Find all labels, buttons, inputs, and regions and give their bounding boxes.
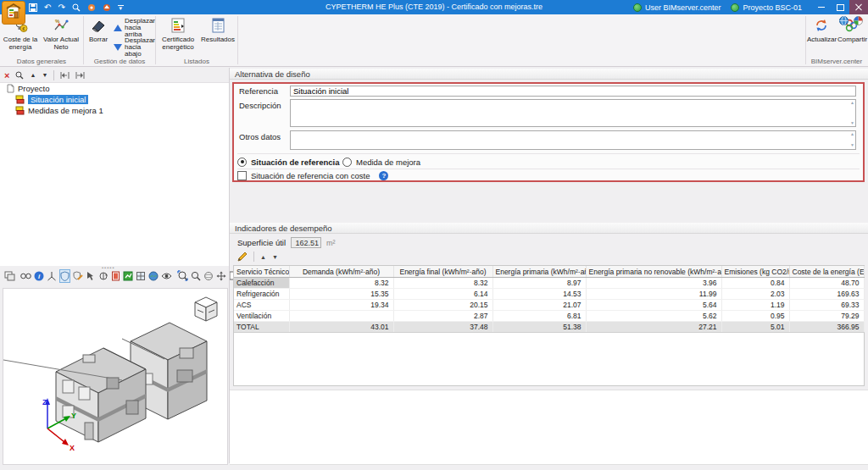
- cell-value[interactable]: 37.48: [393, 322, 492, 333]
- radio-medida-mejora[interactable]: Medida de mejora: [342, 156, 420, 168]
- walls-visibility-icon[interactable]: [111, 269, 120, 283]
- indicators-toolbar: ▲ ▼: [230, 252, 278, 262]
- cell-value[interactable]: 19.34: [289, 300, 393, 311]
- radio-situacion-referencia[interactable]: Situación de referencia: [237, 156, 340, 168]
- otros-datos-textarea[interactable]: [290, 130, 856, 150]
- edit-pencil-icon[interactable]: [237, 252, 248, 262]
- cell-value[interactable]: 14.53: [492, 289, 586, 300]
- delete-icon[interactable]: ×: [4, 70, 9, 80]
- model-viewport[interactable]: Z Y X: [3, 288, 228, 465]
- maximize-button[interactable]: [831, 0, 849, 14]
- referencia-input[interactable]: [290, 86, 856, 97]
- desplazar-abajo-button[interactable]: Desplazar hacia abajo: [114, 37, 153, 58]
- cell-value[interactable]: 5.62: [586, 311, 721, 322]
- cell-value[interactable]: 20.15: [393, 300, 492, 311]
- chart-view-icon[interactable]: [123, 269, 133, 283]
- cell-value[interactable]: 43.01: [289, 322, 393, 333]
- orbit-icon[interactable]: [203, 269, 214, 283]
- web-globe-icon[interactable]: [839, 16, 849, 25]
- scroll-up-icon[interactable]: ▲: [850, 101, 854, 105]
- eraser-icon: [86, 17, 111, 34]
- cell-servicio[interactable]: ACS: [234, 300, 289, 311]
- axes-icon[interactable]: [47, 269, 57, 283]
- move-row-down-icon[interactable]: ▼: [272, 254, 278, 260]
- move-down-icon[interactable]: ▼: [42, 72, 47, 78]
- shield-edit-icon[interactable]: [73, 269, 83, 283]
- move-row-up-icon[interactable]: ▲: [260, 254, 266, 260]
- descripcion-textarea[interactable]: [290, 99, 856, 127]
- search-icon[interactable]: [15, 71, 24, 80]
- cell-value[interactable]: 79.29: [789, 311, 864, 322]
- valor-actual-neto-button[interactable]: % Valor Actual Neto: [41, 17, 81, 51]
- cell-servicio[interactable]: Ventilación: [234, 311, 289, 322]
- layers-icon[interactable]: [4, 269, 15, 283]
- ribbon-separator: [237, 16, 238, 64]
- help-pinwheel-icon[interactable]: [854, 16, 863, 25]
- desplazar-arriba-button[interactable]: Desplazar hacia arriba: [114, 18, 153, 38]
- cell-value[interactable]: 11.99: [586, 289, 721, 300]
- cell-value[interactable]: 1.19: [721, 300, 789, 311]
- cell-value[interactable]: 0.95: [721, 311, 789, 322]
- help-icon[interactable]: ?: [379, 171, 388, 180]
- tree-item-proyecto[interactable]: Proyecto: [0, 83, 229, 94]
- cell-value[interactable]: 6.14: [393, 289, 492, 300]
- cell-value[interactable]: [289, 311, 393, 322]
- cell-servicio[interactable]: TOTAL: [234, 322, 289, 333]
- cell-value[interactable]: 5.01: [721, 322, 789, 333]
- cell-value[interactable]: 8.32: [393, 278, 492, 289]
- cell-value[interactable]: 15.35: [289, 289, 393, 300]
- cell-value[interactable]: 6.81: [492, 311, 586, 322]
- cell-value[interactable]: 0.84: [721, 278, 789, 289]
- cell-value[interactable]: 21.07: [492, 300, 586, 311]
- stereo-view-icon[interactable]: [20, 269, 31, 283]
- zoom-window-icon[interactable]: [191, 269, 201, 283]
- info-icon[interactable]: i: [34, 269, 44, 283]
- cell-value[interactable]: 5.64: [586, 300, 721, 311]
- windows-visibility-icon[interactable]: [136, 269, 146, 283]
- cell-value[interactable]: 2.87: [393, 311, 492, 322]
- minimize-button[interactable]: [812, 0, 831, 14]
- cell-servicio[interactable]: Refrigeración: [234, 289, 289, 300]
- refresh-icon: [807, 17, 836, 34]
- move-up-icon[interactable]: ▲: [30, 72, 36, 78]
- scroll-up-icon[interactable]: ▲: [850, 132, 854, 136]
- view-cube[interactable]: [192, 296, 220, 323]
- superficie-util-label: Superficie útil: [237, 238, 286, 247]
- cell-value[interactable]: 2.03: [721, 289, 789, 300]
- actualizar-button[interactable]: Actualizar: [807, 17, 836, 43]
- scroll-down-icon[interactable]: ▼: [850, 121, 854, 125]
- cell-value[interactable]: 366.95: [789, 322, 864, 333]
- cell-value[interactable]: 8.97: [492, 278, 586, 289]
- resultados-button[interactable]: Resultados: [200, 17, 236, 43]
- scroll-down-icon[interactable]: ▼: [850, 143, 854, 147]
- cell-value[interactable]: 69.33: [789, 300, 864, 311]
- rotate-model-icon[interactable]: [98, 269, 108, 283]
- tree-item-medidas-mejora[interactable]: Medidas de mejora 1: [0, 105, 229, 116]
- cell-value[interactable]: 169.63: [789, 289, 864, 300]
- cell-value[interactable]: 8.32: [289, 278, 393, 289]
- cell-value[interactable]: 48.70: [789, 278, 864, 289]
- checkbox-situacion-coste[interactable]: Situación de referencia con coste ?: [237, 170, 388, 180]
- cell-value[interactable]: 51.38: [492, 322, 586, 333]
- app-logo[interactable]: [2, 1, 25, 25]
- collapse-tree-icon[interactable]: [60, 71, 70, 80]
- pan-icon[interactable]: [216, 269, 226, 283]
- cell-servicio[interactable]: Calefacción: [234, 278, 289, 289]
- borrar-button[interactable]: Borrar: [86, 17, 111, 43]
- select-visible-icon[interactable]: [86, 269, 96, 283]
- energy-certificate-icon: [158, 17, 198, 34]
- shield-view-icon[interactable]: [59, 269, 70, 283]
- close-button[interactable]: [849, 0, 868, 14]
- globe-view-icon[interactable]: [148, 269, 159, 283]
- certificado-energetico-button[interactable]: Certificado energético: [158, 17, 198, 51]
- tree-item-situacion-inicial[interactable]: Situación inicial: [0, 94, 229, 105]
- maximize-icon: [837, 4, 844, 11]
- eye-icon[interactable]: [161, 269, 172, 283]
- bimserver-project-button[interactable]: Proyecto BSC-01: [731, 3, 802, 12]
- bimserver-user-button[interactable]: User BIMserver.center: [633, 3, 721, 12]
- cell-value[interactable]: 3.96: [586, 278, 721, 289]
- cell-value[interactable]: 27.21: [586, 322, 721, 333]
- axis-z-label: Z: [42, 398, 47, 406]
- expand-tree-icon[interactable]: [75, 71, 85, 80]
- zoom-extents-icon[interactable]: [177, 269, 188, 283]
